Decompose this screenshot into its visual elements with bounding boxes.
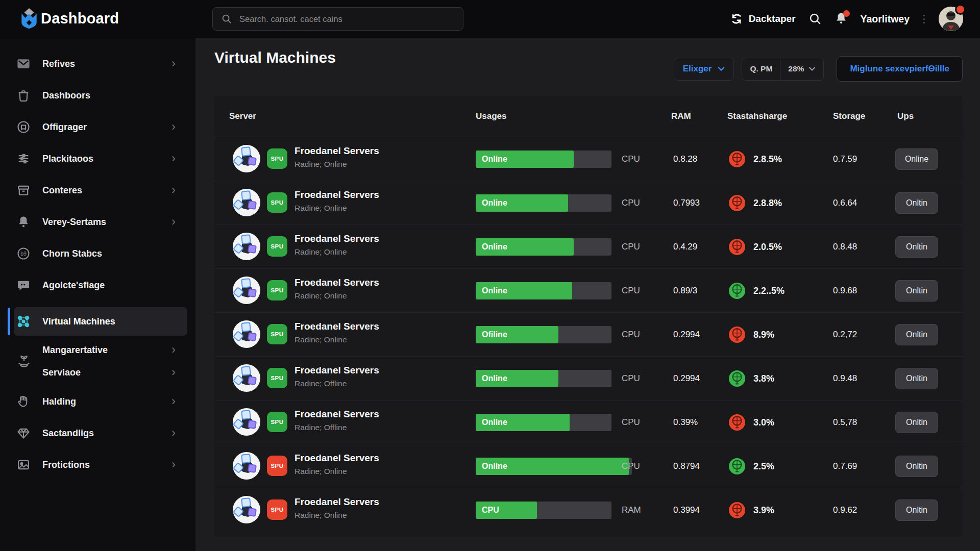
server-name: Froedanel Servers (295, 453, 379, 464)
workspace-switcher[interactable]: Dacktaper (730, 12, 796, 26)
filter-dropdown[interactable]: Elixger (674, 58, 734, 81)
sidebar-item-mangarertative[interactable]: Mangarertative › (0, 339, 195, 361)
usage-metric-label: CPU (622, 461, 640, 471)
server-type-badge: SPU (267, 499, 287, 520)
ups-status-button[interactable]: Onltin (895, 368, 938, 389)
ram-value: 0.89/3 (673, 286, 697, 296)
sidebar-item-plackitaoos[interactable]: Plackitaoos › (0, 146, 195, 171)
usage-metric-label: CPU (622, 242, 640, 252)
header-right: Dacktaper Yaorlitwey (730, 0, 963, 38)
sidebar-item-label: Frotictions (42, 460, 90, 470)
status-balloon-icon (729, 458, 745, 474)
ram-value: 0.3994 (673, 505, 700, 515)
usage-progress-bar: Online (476, 458, 632, 475)
sidebar-item-label: Mangarertative (42, 345, 108, 356)
logo-icon (19, 8, 39, 29)
server-subtitle: Radine; Online (295, 204, 347, 213)
avatar-status-badge (955, 4, 966, 15)
page-actions: Elixger Q. PM 28% Miglune sexevpierfΘill… (674, 56, 963, 82)
sidebar-item-sactandligs[interactable]: Sactandligs › (0, 420, 195, 446)
ram-value: 0.4.29 (673, 242, 697, 252)
server-subtitle: Radine; Online (295, 160, 347, 169)
global-search[interactable] (212, 7, 463, 31)
usage-metric-label: CPU (622, 154, 640, 164)
sidebar-item-label: Dashboors (42, 90, 90, 101)
table-row: SPU Froedanel Servers Radine; Online Onl… (214, 444, 963, 488)
sidebar-item-agolcte-sfiage[interactable]: Agolcte'sfiage (0, 272, 195, 298)
storage-value: 0.2,72 (833, 330, 857, 340)
server-type-badge: SPU (267, 280, 287, 300)
ups-status-button[interactable]: Onltin (895, 499, 938, 521)
usage-progress-bar: Online (476, 194, 611, 212)
ups-status-button[interactable]: Online (895, 148, 938, 170)
chevron-down-icon (808, 65, 816, 72)
sidebar-item-halding[interactable]: Halding › (0, 389, 195, 414)
table-row: SPU Froedanel Servers Radine; Online Onl… (214, 225, 963, 269)
sidebar-item-label: Plackitaoos (42, 154, 93, 164)
usage-progress-bar: Online (476, 151, 611, 168)
username-label[interactable]: Yaorlitwey (861, 13, 910, 25)
storage-value: 0.7.59 (833, 154, 857, 164)
svg-text:b9: b9 (20, 251, 27, 257)
badge-icon (16, 120, 31, 134)
server-type-badge: SPU (267, 236, 287, 257)
header-search-icon[interactable] (808, 12, 822, 26)
table-row: SPU Froedanel Servers Radine; Offline On… (214, 400, 963, 444)
sidebar-item-refives[interactable]: Refives › (0, 51, 195, 77)
usage-bar-label: Online (476, 374, 507, 383)
sidebar-item-conteres[interactable]: Conteres › (0, 178, 195, 203)
more-menu-icon[interactable] (922, 15, 926, 23)
server-subtitle: Radine; Online (295, 511, 347, 520)
table-body: SPU Froedanel Servers Radine; Online Onl… (214, 137, 963, 532)
usage-bar-label: Online (476, 242, 507, 252)
usage-progress-bar: Ofiline (476, 326, 611, 343)
server-avatar (233, 189, 260, 216)
sidebar-item-offigrager[interactable]: Offigrager › (0, 114, 195, 140)
vm-table: ServerUsagesRAMStastahshargeStorageUps S… (214, 96, 963, 537)
workspace-label: Dacktaper (749, 13, 796, 24)
usage-metric-label: RAM (622, 505, 641, 515)
status-balloon-icon (729, 327, 745, 343)
sidebar-item-chorn-stabcs[interactable]: b9 Chorn Stabcs (0, 241, 195, 266)
segment-left[interactable]: Q. PM (742, 58, 780, 80)
server-avatar (233, 233, 260, 260)
chevron-right-icon: › (172, 56, 176, 70)
usage-progress-bar: Online (476, 282, 611, 299)
server-type-badge: SPU (267, 324, 287, 344)
notifications-button[interactable] (835, 12, 848, 26)
usage-bar-label: Online (476, 418, 507, 427)
gauge-icon: b9 (16, 246, 31, 261)
usage-metric-label: CPU (622, 198, 640, 208)
search-icon (221, 13, 232, 24)
trash-icon (16, 88, 31, 103)
server-type-badge: SPU (267, 456, 287, 476)
column-header-server: Server (229, 111, 256, 121)
usage-metric-label: CPU (622, 330, 640, 340)
ram-value: 0.8794 (673, 461, 700, 471)
ups-status-button[interactable]: Onltin (895, 192, 938, 214)
ups-status-button[interactable]: Onltin (895, 324, 938, 345)
sidebar-item-serviaoe[interactable]: Serviaoe › (0, 361, 195, 384)
ups-status-button[interactable]: Onltin (895, 456, 938, 477)
sidebar-item-virtual-machines[interactable]: Virtual Machines (0, 307, 195, 336)
app-logo[interactable]: Dashboard (19, 8, 119, 29)
status-balloon-icon (729, 370, 745, 387)
ups-status-button[interactable]: Onltin (895, 280, 938, 302)
sliders-icon (16, 152, 31, 166)
sidebar-item-dashboors[interactable]: Dashboors (0, 83, 195, 108)
usage-progress-bar: Online (476, 370, 611, 387)
column-header-stastahsharge: Stastahsharge (727, 111, 787, 121)
sidebar-item-frotictions[interactable]: Frotictions › (0, 452, 195, 478)
primary-action-button[interactable]: Miglune sexevpierfΘillle (837, 56, 963, 82)
segment-right[interactable]: 28% (780, 58, 823, 80)
filter-label: Elixger (683, 64, 712, 74)
sidebar-item-label: Conteres (42, 185, 82, 196)
status-balloon-icon (729, 414, 745, 431)
ups-status-button[interactable]: Onltin (895, 412, 938, 433)
search-input[interactable] (238, 14, 455, 24)
logo-text: Dashboard (41, 10, 119, 27)
sidebar-item-verey-sertams[interactable]: Verey-Sertams › (0, 209, 195, 235)
user-avatar[interactable] (939, 7, 963, 31)
status-percent: 8.9% (753, 329, 774, 340)
ups-status-button[interactable]: Onltin (895, 236, 938, 258)
